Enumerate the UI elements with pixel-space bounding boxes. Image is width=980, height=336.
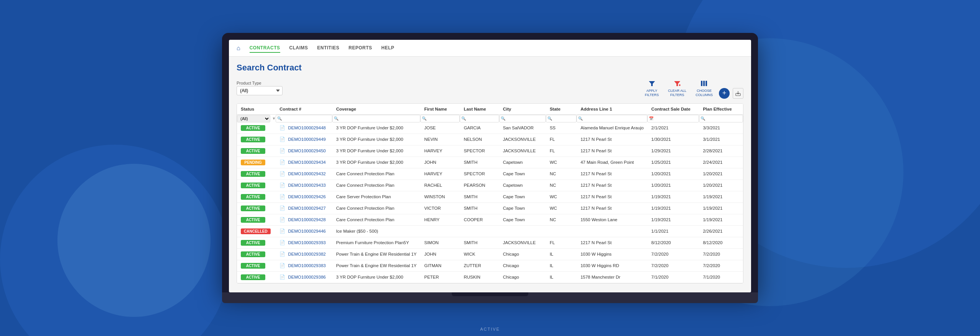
export-button[interactable] (733, 88, 743, 99)
cell-coverage: 3 YR DOP Furniture Under $2,000 (332, 157, 420, 168)
laptop-screen-outer: ⌂ CONTRACTS CLAIMS ENTITIES REPORTS HELP… (222, 33, 758, 292)
contract-link[interactable]: DEMO1000029450 (288, 148, 326, 153)
contracts-table-container: Status Contract # Coverage First Name La… (237, 103, 743, 284)
filter-contract-cell: 🔍 (276, 114, 332, 122)
cell-lastname: RUSKIN (460, 271, 499, 283)
nav-reports[interactable]: REPORTS (349, 44, 372, 53)
table-row: ACTIVE 📄 DEMO1000029382 Power Train & En… (237, 248, 743, 260)
cell-state: IL (546, 260, 577, 271)
cell-state: WC (546, 157, 577, 168)
contract-link[interactable]: DEMO1000029428 (288, 217, 326, 222)
cell-lastname: NELSON (460, 134, 499, 145)
contract-link[interactable]: DEMO1000029382 (288, 252, 326, 256)
cell-city: JACKSONVILLE (499, 237, 546, 248)
filter-address-cell: 🔍 (577, 114, 647, 122)
city-filter-input[interactable] (499, 115, 546, 122)
search-icon: 🔍 (701, 116, 705, 121)
apply-filters-button[interactable]: APPLYFILTERS (642, 77, 662, 99)
nav-entities[interactable]: ENTITIES (317, 44, 340, 53)
cell-city: San SalVADOR (499, 122, 546, 134)
cell-firstname: GITMAN (420, 260, 460, 271)
contract-link[interactable]: DEMO1000029426 (288, 194, 326, 199)
cell-status: ACTIVE (237, 168, 276, 179)
cell-address: 1217 N Pearl St (577, 191, 647, 202)
cell-address: 1217 N Pearl St (577, 202, 647, 214)
cell-coverage: 3 YR DOP Furniture Under $2,000 (332, 122, 420, 134)
address-filter-input[interactable] (577, 115, 647, 122)
cell-address: 1217 N Pearl St (577, 168, 647, 179)
cell-coverage: 3 YR DOP Furniture Under $2,000 (332, 145, 420, 157)
cell-state: FL (546, 145, 577, 157)
svg-rect-6 (706, 81, 707, 86)
contract-filter-input[interactable] (276, 115, 332, 122)
cell-state: IL (546, 248, 577, 260)
calendar-icon: 📅 (649, 116, 653, 121)
contracts-table: Status Contract # Coverage First Name La… (237, 104, 743, 283)
nav-help[interactable]: HELP (381, 44, 394, 53)
cell-status: ACTIVE (237, 191, 276, 202)
contract-link[interactable]: DEMO1000029433 (288, 183, 326, 188)
contract-link[interactable]: DEMO1000029393 (288, 240, 326, 245)
clear-all-filters-button[interactable]: CLEAR ALLFILTERS (665, 77, 689, 99)
contract-link[interactable]: DEMO1000029432 (288, 171, 326, 176)
col-saledate: Contract Sale Date (647, 104, 699, 115)
cell-coverage: 3 YR DOP Furniture Under $2,000 (332, 134, 420, 145)
table-row: CANCELLED 📄 DEMO1000029446 Ice Maker ($5… (237, 225, 743, 237)
doc-icon: 📄 (279, 206, 285, 211)
cell-address: Alameda Manuel Enrique Araujo (577, 122, 647, 134)
cell-saledate: 1/30/2021 (647, 134, 699, 145)
cell-address: 1578 Manchester Dr (577, 271, 647, 283)
cell-status: ACTIVE (237, 145, 276, 157)
search-icon: 🔍 (501, 116, 505, 121)
status-filter-select[interactable]: (All) ACTIVE PENDING CANCELLED (237, 115, 270, 122)
table-row: ACTIVE 📄 DEMO1000029426 Care Server Prot… (237, 191, 743, 202)
status-badge: ACTIVE (241, 194, 265, 200)
saledate-filter-input[interactable] (647, 115, 699, 122)
col-state: State (546, 104, 577, 115)
cell-firstname: JOSE (420, 122, 460, 134)
laptop-screen-inner: ⌂ CONTRACTS CLAIMS ENTITIES REPORTS HELP… (229, 40, 751, 292)
status-badge: ACTIVE (241, 148, 265, 154)
coverage-filter-input[interactable] (332, 115, 420, 122)
add-button[interactable]: + (719, 88, 730, 99)
status-badge: ACTIVE (241, 274, 265, 280)
search-icon: 🔍 (461, 116, 466, 121)
contract-link[interactable]: DEMO1000029449 (288, 137, 326, 142)
cell-city: Capetown (499, 157, 546, 168)
doc-icon: 📄 (279, 194, 285, 199)
cell-saledate: 1/25/2021 (647, 157, 699, 168)
cell-saledate: 1/29/2021 (647, 145, 699, 157)
cell-firstname: HARVEY (420, 145, 460, 157)
table-filter-row: (All) ACTIVE PENDING CANCELLED ▼ (237, 114, 743, 122)
apply-filters-label: APPLYFILTERS (645, 89, 659, 97)
cell-saledate: 8/12/2020 (647, 237, 699, 248)
doc-icon: 📄 (279, 171, 285, 176)
cell-contract: 📄 DEMO1000029450 (276, 145, 332, 157)
product-type-select[interactable]: (All) (237, 86, 283, 95)
cell-coverage: Care Connect Protection Plan (332, 202, 420, 214)
cell-lastname: SMITH (460, 202, 499, 214)
cell-state: WC (546, 202, 577, 214)
status-badge: ACTIVE (241, 137, 265, 142)
home-icon[interactable]: ⌂ (237, 45, 240, 52)
nav-contracts[interactable]: CONTRACTS (250, 44, 280, 53)
bg-decoration-3 (57, 164, 211, 317)
effective-filter-input[interactable] (699, 115, 743, 122)
contract-link[interactable]: DEMO1000029448 (288, 126, 326, 130)
cell-effective: 2/26/2021 (699, 225, 743, 237)
filters-buttons: APPLYFILTERS CLEAR ALLFILTERS (642, 77, 743, 99)
contract-link[interactable]: DEMO1000029383 (288, 263, 326, 268)
contract-link[interactable]: DEMO1000029427 (288, 206, 326, 210)
active-text: ActivE (480, 327, 500, 331)
nav-claims[interactable]: CLAIMS (289, 44, 308, 53)
choose-columns-button[interactable]: CHOOSECOLUMNS (693, 77, 716, 99)
table-header-row: Status Contract # Coverage First Name La… (237, 104, 743, 115)
cell-effective: 1/19/2021 (699, 191, 743, 202)
cell-contract: 📄 DEMO1000029449 (276, 134, 332, 145)
cell-saledate: 1/1/2021 (647, 225, 699, 237)
contract-link[interactable]: DEMO1000029434 (288, 160, 326, 165)
contract-link[interactable]: DEMO1000029386 (288, 275, 326, 279)
search-icon: 🔍 (422, 116, 426, 121)
cell-firstname: JOHN (420, 248, 460, 260)
contract-link[interactable]: DEMO1000029446 (288, 229, 326, 233)
